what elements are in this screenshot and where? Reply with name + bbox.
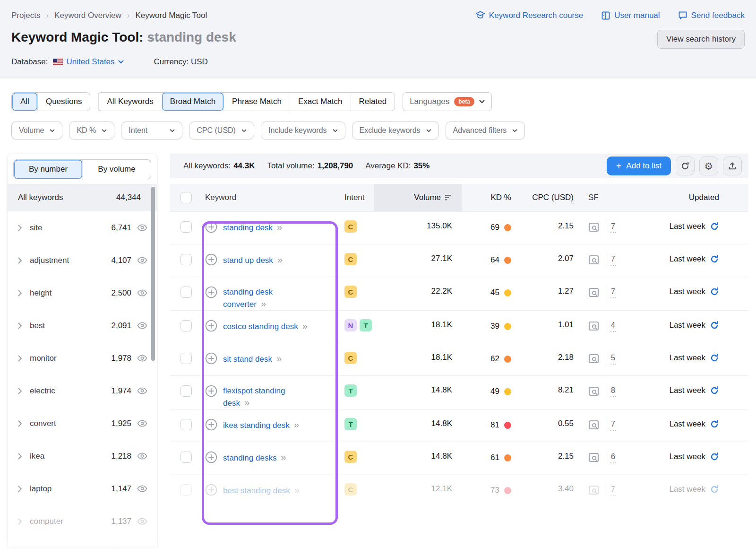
eye-icon[interactable] [137, 420, 147, 427]
sidebar-group-row[interactable]: laptop 1,147 [8, 472, 157, 505]
row-checkbox[interactable] [180, 353, 192, 364]
sidebar-all-keywords-row[interactable]: All keywords 44,344 [8, 184, 157, 211]
sidebar-group-row[interactable]: height 2,500 [8, 277, 157, 309]
breadcrumb-link[interactable]: Keyword Magic Tool [135, 11, 207, 20]
sidebar-sort-tab[interactable]: By number [14, 160, 82, 179]
breadcrumb-link[interactable]: Projects [11, 11, 40, 20]
eye-icon[interactable] [137, 224, 147, 231]
chevron-right-icon[interactable] [18, 486, 22, 492]
keyword-link[interactable]: best standing desk [223, 486, 290, 495]
sf-count[interactable]: 5 [610, 354, 616, 365]
eye-icon[interactable] [137, 485, 147, 492]
row-checkbox[interactable] [180, 452, 192, 463]
chevron-right-icon[interactable] [18, 290, 22, 296]
chevron-right-icon[interactable] [18, 355, 22, 362]
sidebar-scrollbar-thumb[interactable] [151, 187, 155, 361]
serp-features-icon[interactable] [588, 485, 600, 496]
refresh-keyword-icon[interactable] [710, 321, 719, 330]
cpc-column-header[interactable]: CPC (USD) [516, 193, 577, 202]
database-selector[interactable]: United States [67, 57, 124, 67]
keyword-link[interactable]: stand up desk [223, 256, 273, 265]
add-keyword-icon[interactable] [205, 320, 217, 332]
sf-count[interactable]: 7 [610, 420, 616, 431]
view-search-history-button[interactable]: View search history [657, 30, 745, 49]
send-feedback-link[interactable]: Send feedback [678, 11, 745, 20]
eye-icon[interactable] [137, 257, 147, 264]
sf-count[interactable]: 7 [610, 222, 616, 233]
keyword-column-header[interactable]: Keyword [205, 193, 332, 202]
expand-keyword-icon[interactable]: » [276, 353, 281, 364]
eye-icon[interactable] [137, 355, 147, 362]
sf-count[interactable]: 6 [610, 453, 616, 463]
expand-keyword-icon[interactable]: » [294, 419, 299, 430]
add-keyword-icon[interactable] [205, 221, 217, 234]
chevron-right-icon[interactable] [18, 453, 22, 460]
refresh-button[interactable] [676, 157, 695, 175]
user-manual-link[interactable]: User manual [601, 11, 660, 20]
filter-dropdown[interactable]: Intent [121, 122, 182, 139]
match-tab[interactable]: All Keywords [98, 93, 161, 111]
sidebar-group-row[interactable]: computer 1,137 [8, 505, 157, 538]
expand-keyword-icon[interactable]: » [244, 397, 249, 408]
match-tab[interactable]: Related [351, 93, 395, 111]
match-tab[interactable]: Broad Match [162, 93, 223, 111]
refresh-keyword-icon[interactable] [710, 419, 719, 429]
eye-icon[interactable] [137, 518, 147, 525]
expand-keyword-icon[interactable]: » [277, 254, 282, 265]
add-keyword-icon[interactable] [205, 352, 217, 365]
add-keyword-icon[interactable] [205, 484, 217, 496]
add-to-list-button[interactable]: + Add to list [607, 157, 671, 175]
sf-count[interactable]: 8 [610, 386, 616, 397]
refresh-keyword-icon[interactable] [710, 287, 719, 296]
serp-features-icon[interactable] [588, 321, 600, 331]
add-keyword-icon[interactable] [205, 253, 217, 266]
sf-count[interactable]: 7 [610, 255, 616, 266]
serp-features-icon[interactable] [588, 222, 600, 233]
chevron-right-icon[interactable] [18, 322, 22, 329]
sf-count[interactable]: 4 [610, 321, 616, 332]
add-keyword-icon[interactable] [205, 451, 217, 464]
refresh-keyword-icon[interactable] [710, 254, 719, 264]
chevron-right-icon[interactable] [18, 257, 22, 264]
intent-column-header[interactable]: Intent [332, 193, 374, 202]
filter-dropdown[interactable]: Include keywords [261, 122, 345, 139]
chevron-right-icon[interactable] [18, 518, 22, 525]
filter-dropdown[interactable]: CPC (USD) [189, 122, 254, 139]
filter-dropdown[interactable]: KD % [69, 122, 114, 139]
filter-dropdown[interactable]: Advanced filters [446, 122, 525, 139]
eye-icon[interactable] [137, 289, 147, 296]
row-checkbox[interactable] [180, 484, 192, 496]
sidebar-group-row[interactable]: best 2,091 [8, 309, 157, 342]
updated-column-header[interactable]: Updated [627, 193, 748, 202]
expand-keyword-icon[interactable]: » [302, 321, 307, 331]
eye-icon[interactable] [137, 322, 147, 329]
sf-count[interactable]: 7 [610, 485, 616, 496]
serp-features-icon[interactable] [588, 386, 600, 397]
serp-features-icon[interactable] [588, 453, 600, 463]
eye-icon[interactable] [137, 387, 147, 394]
sidebar-group-row[interactable]: site 6,741 [8, 211, 157, 244]
filter-dropdown[interactable]: Volume [11, 122, 62, 139]
eye-icon[interactable] [137, 453, 147, 460]
kd-column-header[interactable]: KD % [462, 193, 516, 202]
expand-keyword-icon[interactable]: » [277, 222, 282, 232]
serp-features-icon[interactable] [588, 287, 600, 298]
row-checkbox[interactable] [180, 320, 192, 331]
settings-button[interactable]: ⚙ [699, 157, 718, 175]
serp-features-icon[interactable] [588, 255, 600, 265]
refresh-keyword-icon[interactable] [710, 386, 719, 395]
match-tab[interactable]: Phrase Match [223, 93, 290, 111]
row-checkbox[interactable] [180, 287, 192, 298]
row-checkbox[interactable] [180, 385, 192, 397]
row-checkbox[interactable] [180, 419, 192, 430]
filter-dropdown[interactable]: Exclude keywords [352, 122, 439, 139]
chevron-right-icon[interactable] [18, 225, 22, 231]
sidebar-group-row[interactable]: monitor 1,978 [8, 342, 157, 374]
keyword-research-course-link[interactable]: Keyword Research course [475, 10, 583, 20]
add-keyword-icon[interactable] [205, 286, 217, 310]
serp-features-icon[interactable] [588, 420, 600, 430]
chevron-right-icon[interactable] [18, 388, 22, 394]
select-all-checkbox[interactable] [180, 192, 192, 203]
keyword-link[interactable]: standing desk [223, 223, 273, 232]
match-tab[interactable]: All [12, 93, 37, 111]
